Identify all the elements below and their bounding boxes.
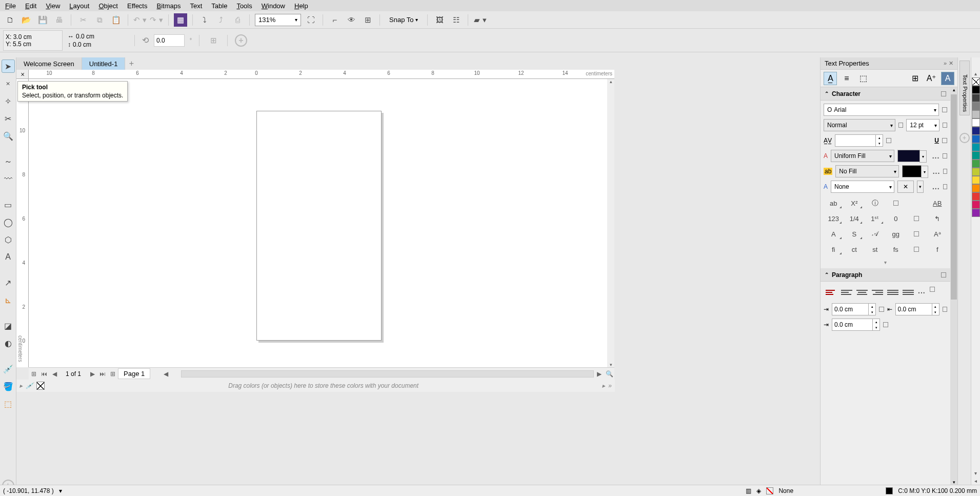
- scroll-left-icon[interactable]: ◀: [161, 370, 171, 378]
- import-icon[interactable]: ⤵: [198, 13, 211, 27]
- text-tool[interactable]: A: [2, 250, 15, 264]
- menu-tools[interactable]: Tools: [236, 2, 252, 10]
- freehand-tool[interactable]: ～: [2, 155, 15, 168]
- print-icon[interactable]: 🖶: [52, 13, 66, 27]
- ruler-vertical[interactable]: 10 8 6 4 2 0 centimeters: [16, 79, 29, 367]
- feature-aa[interactable]: Aᵃ: [929, 228, 947, 240]
- snap-to-dropdown[interactable]: Snap To ▾: [385, 16, 422, 24]
- menu-table[interactable]: Table: [211, 2, 227, 10]
- palette-down-icon[interactable]: ▾: [974, 470, 977, 476]
- feature-f[interactable]: f: [929, 243, 947, 255]
- feature-ct[interactable]: ct: [846, 243, 864, 255]
- indent2-lock-icon[interactable]: [943, 307, 947, 312]
- interactive-icon[interactable]: ⊞: [908, 72, 922, 85]
- left-indent-input[interactable]: 0.0 cm▴▾: [832, 303, 876, 315]
- menu-file[interactable]: File: [5, 2, 16, 10]
- shape-tool[interactable]: ✧: [2, 94, 15, 108]
- new-icon[interactable]: 🗋: [3, 13, 16, 27]
- zoom-tool[interactable]: 🔍: [2, 129, 15, 143]
- paste-icon[interactable]: 📋: [109, 13, 123, 27]
- next-page-icon[interactable]: ▶: [87, 370, 97, 378]
- outline-drop-icon[interactable]: ▾: [917, 181, 924, 193]
- bg-fill-select[interactable]: No Fill▾: [835, 165, 899, 177]
- ruler-origin-icon[interactable]: ⨯: [2, 77, 15, 90]
- align-left-button[interactable]: [841, 287, 852, 298]
- new-tab-button[interactable]: +: [125, 57, 137, 70]
- menu-view[interactable]: View: [46, 2, 60, 10]
- first-page-icon[interactable]: ⏮: [39, 370, 49, 378]
- palette-swatch[interactable]: [972, 110, 980, 118]
- bg-lock-icon[interactable]: [943, 169, 947, 174]
- page-tab[interactable]: Page 1: [118, 368, 150, 379]
- document-palette[interactable]: ▸ 💉 Drag colors (or objects) here to sto…: [16, 380, 615, 392]
- fill-lock-icon[interactable]: [943, 153, 947, 158]
- outline-lock-icon[interactable]: [943, 184, 947, 189]
- eyedropper-icon[interactable]: 💉: [26, 382, 33, 389]
- feature-st[interactable]: st: [866, 243, 884, 255]
- drawing-canvas[interactable]: [29, 79, 614, 367]
- export-icon[interactable]: ⤴: [214, 13, 228, 27]
- palette-swatch[interactable]: [972, 168, 980, 176]
- palette-swatch[interactable]: [972, 201, 980, 209]
- feature-gg[interactable]: gg: [887, 228, 905, 240]
- palette-swatch[interactable]: [972, 192, 980, 201]
- feature-script[interactable]: 𝒜: [866, 228, 884, 240]
- prev-page-icon[interactable]: ◀: [49, 370, 59, 378]
- save-icon[interactable]: 💾: [36, 13, 49, 27]
- fullscreen-icon[interactable]: ⛶: [304, 13, 317, 27]
- align-lock-icon[interactable]: [930, 287, 935, 292]
- canvas-scrollbar-v[interactable]: ▴ ▾: [607, 79, 614, 367]
- canvas-scrollbar-h[interactable]: [181, 370, 594, 378]
- options-a-icon[interactable]: A⁺: [925, 72, 938, 85]
- menu-layout[interactable]: Layout: [69, 2, 89, 10]
- feature-fs[interactable]: fs: [887, 243, 905, 255]
- palette-swatch[interactable]: [972, 176, 980, 184]
- publish-icon[interactable]: ⎙: [231, 13, 244, 27]
- last-page-icon[interactable]: ⏭: [97, 370, 108, 378]
- redo-icon[interactable]: ↷ ▾: [150, 13, 163, 27]
- menu-effects[interactable]: Effects: [127, 2, 148, 10]
- outline-none-icon[interactable]: ✕: [897, 181, 914, 193]
- palette-up-icon[interactable]: ▴: [974, 71, 977, 76]
- palette-swatch[interactable]: [972, 160, 980, 168]
- font-style-select[interactable]: Normal▾: [824, 119, 895, 131]
- docker-close-icon[interactable]: ✕: [949, 60, 953, 67]
- indent1-lock-icon[interactable]: [879, 307, 884, 312]
- add-preset-button[interactable]: +: [235, 34, 247, 47]
- fill-swatch[interactable]: [766, 487, 773, 494]
- docker-scrollbar[interactable]: ▴ ▾: [950, 87, 957, 485]
- font-family-select[interactable]: OArial▾: [824, 104, 939, 116]
- copy-icon[interactable]: ⧉: [93, 13, 106, 27]
- bg-color-picker[interactable]: ▾: [902, 165, 921, 177]
- grid-icon[interactable]: 👁: [345, 13, 358, 27]
- align-none-button[interactable]: [826, 287, 837, 298]
- menu-help[interactable]: Help: [294, 2, 308, 10]
- feature-info[interactable]: ⓘ: [866, 197, 884, 209]
- first-line-indent-input[interactable]: 0.0 cm▴▾: [832, 319, 880, 331]
- palette-swatch[interactable]: [972, 94, 980, 102]
- palette-swatch[interactable]: [972, 135, 980, 143]
- section-paragraph-header[interactable]: ⌃Paragraph: [821, 268, 950, 282]
- style-lock-icon[interactable]: [898, 123, 903, 128]
- feature-fraction[interactable]: 1/4: [846, 212, 864, 225]
- character-mode-icon[interactable]: A̲: [824, 72, 837, 85]
- pick-tool[interactable]: ➤: [2, 59, 15, 73]
- palette-swatch[interactable]: [972, 86, 980, 94]
- align-justify-button[interactable]: [887, 287, 898, 298]
- feature-stylistic[interactable]: A: [825, 228, 843, 240]
- outline-more-button[interactable]: ...: [932, 183, 940, 191]
- fill-tool[interactable]: 🪣: [2, 380, 15, 393]
- frame-mode-icon[interactable]: ⬚: [856, 72, 870, 85]
- status-doc-colors-icon[interactable]: ▥: [746, 487, 751, 494]
- palette-swatch[interactable]: [972, 143, 980, 151]
- guides-icon[interactable]: ⊞: [361, 13, 374, 27]
- polygon-tool[interactable]: ⬡: [2, 233, 15, 246]
- underline-icon[interactable]: U: [934, 137, 939, 144]
- palette-menu-icon[interactable]: »: [608, 382, 612, 389]
- scroll-right-icon[interactable]: ▶: [594, 370, 604, 378]
- fill-color-picker[interactable]: ▾: [897, 150, 920, 162]
- launch-icon[interactable]: ▦: [174, 13, 187, 27]
- options-icon[interactable]: 🖼: [433, 13, 446, 27]
- status-proof-icon[interactable]: ◈: [756, 487, 761, 494]
- navigator-icon[interactable]: 🔍: [604, 370, 614, 378]
